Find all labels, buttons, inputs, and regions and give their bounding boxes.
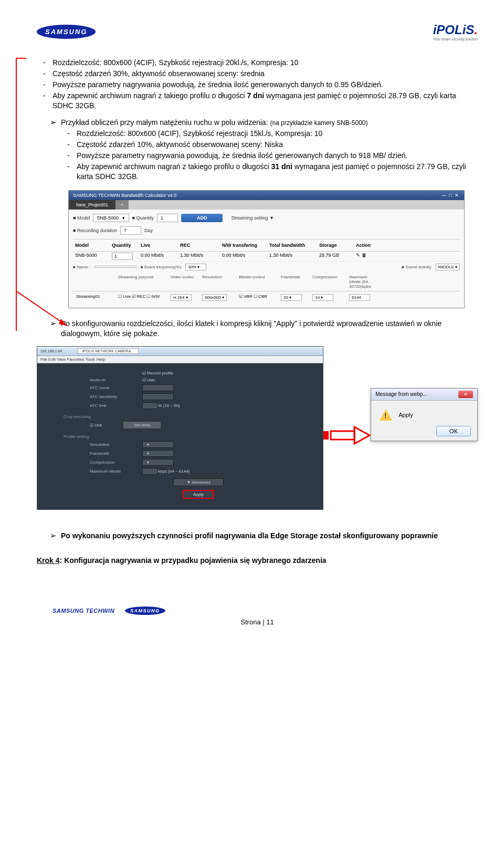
completion-text: Po wykonaniu powyższych czynności profil… bbox=[61, 531, 438, 540]
spec-list-2: Rozdzielczość: 800x600 (4CIF), Szybkość … bbox=[61, 129, 478, 181]
audio-in-checkbox[interactable]: ☑ Use bbox=[142, 378, 154, 382]
list-item: Częstość zdarzeń 30%, aktywność obserwow… bbox=[52, 69, 478, 79]
atc-mode-select[interactable] bbox=[142, 384, 174, 391]
close-icon[interactable]: ✕ bbox=[454, 193, 460, 198]
compression-select[interactable]: ▾ bbox=[142, 459, 174, 466]
quantity-label: ■ Quantity bbox=[132, 215, 154, 221]
bullet-completion: ➢ Po wykonaniu powyższych czynności prof… bbox=[50, 531, 478, 541]
svg-rect-2 bbox=[323, 431, 329, 440]
compression-select[interactable]: 10 ▾ bbox=[312, 294, 333, 301]
rec-duration-label: ■ Recording duration bbox=[73, 228, 117, 233]
resolution-select[interactable]: ▾ bbox=[142, 441, 174, 448]
apply-button[interactable]: Apply bbox=[183, 490, 214, 499]
bandwidth-calculator-window: SAMSUNG TECHWIN Bandwidth Calculator v4.… bbox=[68, 190, 465, 308]
spec-list-1: Rozdzielczość: 800x600 (4CIF), Szybkość … bbox=[37, 58, 478, 110]
confirm-dialog: Message from webp... ✕ Apply OK bbox=[371, 388, 478, 441]
step-label: Krok 4 bbox=[37, 556, 60, 565]
bullet-apply-instruction: ➢ Po skonfigurowaniu rozdzielczości, ilo… bbox=[50, 319, 478, 339]
minimize-icon[interactable]: — bbox=[441, 193, 447, 198]
project-tab[interactable]: New_Project01 bbox=[69, 200, 116, 210]
streaming-setting-button[interactable]: Streaming setting ▼ bbox=[226, 214, 279, 222]
list-item: Powyższe parametry nagrywania powodują, … bbox=[77, 151, 478, 161]
rec-duration-input[interactable]: 7 bbox=[120, 226, 141, 235]
rec-duration-unit: Day bbox=[144, 228, 153, 233]
record-profile-label: ☑ Record profile bbox=[142, 371, 173, 375]
advanced-toggle[interactable]: ▼ Advanced bbox=[173, 478, 223, 486]
bitrate-checkboxes[interactable]: ☑ VBR ☐ CBR bbox=[236, 293, 278, 302]
add-tab-button[interactable]: + bbox=[116, 200, 129, 210]
name-label: ■ Name : bbox=[73, 265, 90, 269]
set-area-button[interactable]: Set area bbox=[123, 421, 161, 429]
edit-icon[interactable]: ✎ bbox=[356, 253, 360, 258]
browser-chrome: 192.168.1.64 IPOLIS NETWORK CAMERA... bbox=[37, 347, 323, 356]
list-item: Aby zapewnić archiwum nagrań z takiego p… bbox=[77, 162, 478, 182]
page-number: Strona | 11 bbox=[37, 618, 478, 626]
atc-mode-label: ATC mode bbox=[90, 385, 142, 390]
ipolis-text: iPOLiS bbox=[433, 23, 475, 37]
bold-text: 31 dni bbox=[271, 162, 292, 171]
profile-section-header: Profile setting bbox=[64, 434, 307, 439]
scene-select[interactable]: MIDDLE ▾ bbox=[436, 264, 460, 270]
table-row: SNB-5000 1 0.00 Mbit/s 1.30 Mbit/s 0.00 … bbox=[73, 252, 460, 262]
maximize-icon[interactable]: □ bbox=[447, 193, 454, 198]
model-label: ■ Model bbox=[73, 215, 90, 221]
ok-button[interactable]: OK bbox=[436, 426, 471, 436]
samsung-logo-small: SAMSUNG bbox=[125, 607, 165, 615]
list-item: Rozdzielczość: 800x600 (4CIF), Szybkość … bbox=[77, 129, 478, 139]
ipolis-dot: . bbox=[474, 23, 478, 37]
samsung-logo: SAMSUNG bbox=[37, 25, 96, 39]
row-qty-input[interactable]: 1 bbox=[112, 253, 133, 260]
svg-rect-3 bbox=[331, 431, 354, 440]
text: Aby zapewnić archiwum nagrań z takiego p… bbox=[52, 91, 247, 100]
resolution-select[interactable]: 800x600 ▾ bbox=[202, 294, 227, 301]
warning-icon bbox=[380, 409, 392, 421]
framerate-label: Framerate bbox=[90, 451, 142, 456]
browser-tab[interactable]: IPOLIS NETWORK CAMERA... bbox=[78, 348, 139, 354]
maxbitrate-input[interactable]: 6144 bbox=[349, 294, 370, 301]
window-buttons: —□✕ bbox=[441, 193, 460, 198]
list-item: Rozdzielczość: 800x600 (4CIF), Szybkość … bbox=[52, 58, 478, 68]
dialog-message: Apply bbox=[398, 412, 413, 418]
text: Aby zapewnić archiwum nagrań z takiego p… bbox=[77, 162, 271, 171]
instruction-text: Po skonfigurowaniu rozdzielczości, ilośc… bbox=[61, 319, 478, 339]
lead-text: Przykład obliczeń przy małym natężeniu r… bbox=[61, 118, 270, 127]
atc-limit-label: ATC limit bbox=[90, 403, 142, 408]
step-4-heading: Krok 4: Konfiguracja nagrywania w przypa… bbox=[37, 556, 478, 565]
svg-marker-4 bbox=[354, 427, 370, 444]
framerate-select[interactable]: 20 ▾ bbox=[281, 294, 302, 301]
encoding-headers: Streaming purpose Video codec Resolution… bbox=[73, 273, 460, 291]
callout-line bbox=[16, 58, 17, 331]
compression-label: Compression bbox=[90, 460, 142, 465]
callout-arrow-icon bbox=[17, 291, 80, 339]
step-text: : Konfiguracja nagrywania w przypadku po… bbox=[60, 556, 327, 565]
list-item: Powyższe parametry nagrywania powodują, … bbox=[52, 80, 478, 90]
camera-settings-window: 192.168.1.64 IPOLIS NETWORK CAMERA... Fi… bbox=[37, 346, 323, 510]
codec-select[interactable]: H.264 ▾ bbox=[171, 294, 192, 301]
window-title: SAMSUNG TECHWIN Bandwidth Calculator v4.… bbox=[73, 193, 176, 198]
atc-limit-hint: % (10 ~ 50) bbox=[158, 403, 180, 408]
add-button[interactable]: ADD bbox=[181, 214, 223, 222]
model-select[interactable]: SNB-5000 ▾ bbox=[93, 214, 129, 222]
page-footer: SAMSUNG TECHWIN SAMSUNG bbox=[37, 607, 478, 615]
eventfreq-select[interactable]: 30% ▾ bbox=[185, 264, 206, 270]
purpose-checkboxes[interactable]: ☐ Live ☑ REC ☐ N/W bbox=[115, 293, 167, 302]
atc-limit-input[interactable] bbox=[142, 402, 158, 409]
delete-icon[interactable]: 🗑 bbox=[362, 253, 366, 258]
list-item: Częstość zdarzeń 10%, aktywność obserwow… bbox=[77, 140, 478, 150]
page-header: SAMSUNG iPOLiS. Your smart security solu… bbox=[37, 16, 478, 47]
browser-menu[interactable]: File Edit View Favorites Tools Help bbox=[37, 356, 323, 363]
flow-arrow-icon bbox=[323, 425, 371, 446]
window-titlebar: SAMSUNG TECHWIN Bandwidth Calculator v4.… bbox=[69, 191, 464, 200]
note-text: (na przykładzie kamery SNB-5000) bbox=[270, 119, 368, 127]
name-input[interactable] bbox=[94, 266, 136, 268]
chevron-right-icon: ➢ bbox=[50, 531, 57, 541]
atc-sens-select[interactable] bbox=[142, 393, 174, 400]
framerate-select[interactable]: ▾ bbox=[142, 450, 174, 457]
maxbitrate-input[interactable] bbox=[142, 468, 158, 475]
quantity-input[interactable]: 1 bbox=[157, 214, 178, 222]
dialog-close-button[interactable]: ✕ bbox=[458, 391, 473, 398]
list-item: Aby zapewnić archiwum nagrań z takiego p… bbox=[52, 91, 478, 111]
use-checkbox[interactable]: ☑ Use bbox=[90, 423, 102, 427]
table-headers: Model Quantity Live REC N/W transfering … bbox=[73, 239, 460, 252]
encoding-row: Streaming01 ☐ Live ☑ REC ☐ N/W H.264 ▾ 8… bbox=[73, 291, 460, 304]
